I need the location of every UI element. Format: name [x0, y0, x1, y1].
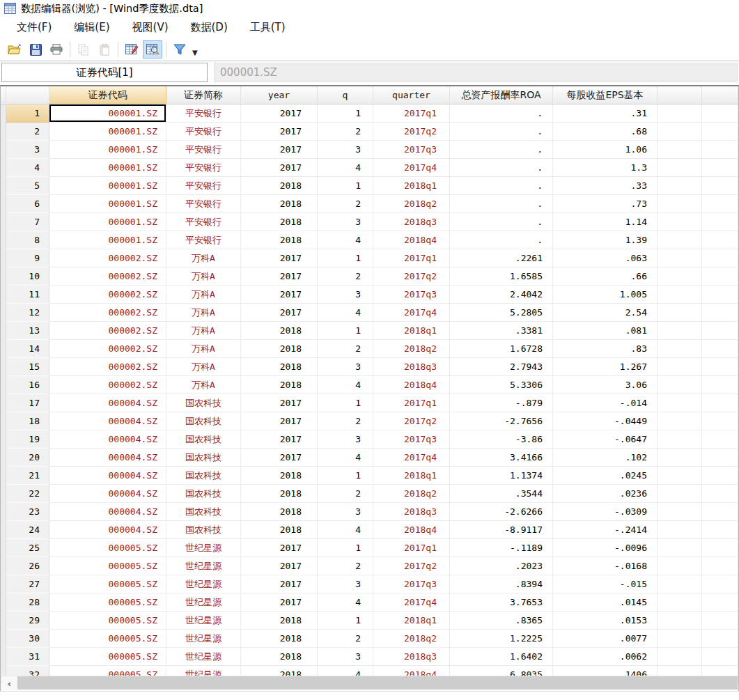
- cell-code[interactable]: 000001.SZ: [49, 141, 166, 159]
- cell-quarter[interactable]: 2017q4: [373, 304, 450, 322]
- cell-code[interactable]: 000004.SZ: [49, 467, 166, 485]
- cell-year[interactable]: 2017: [241, 141, 318, 159]
- cell-eps[interactable]: .063: [553, 249, 658, 267]
- cell-year[interactable]: 2017: [241, 575, 318, 593]
- cell-code[interactable]: 000005.SZ: [49, 593, 166, 612]
- cell-quarter[interactable]: 2018q3: [373, 648, 450, 666]
- filter-button[interactable]: [170, 40, 189, 59]
- cell-code[interactable]: 000001.SZ: [49, 177, 166, 195]
- cell-eps[interactable]: -.014: [553, 394, 658, 412]
- row-number[interactable]: 15: [6, 358, 49, 376]
- cell-eps[interactable]: -.0449: [553, 412, 658, 430]
- cell-eps[interactable]: .0077: [553, 630, 658, 648]
- cell-year[interactable]: 2017: [241, 449, 318, 467]
- cell-name[interactable]: 世纪星源: [166, 648, 241, 666]
- row-number[interactable]: 29: [6, 612, 49, 630]
- cell-year[interactable]: 2018: [241, 630, 318, 648]
- cell-year[interactable]: 2018: [241, 195, 318, 213]
- menu-view[interactable]: 视图(V): [125, 18, 176, 37]
- cell-q[interactable]: 3: [318, 141, 373, 159]
- save-button[interactable]: [26, 40, 45, 59]
- cell-year[interactable]: 2018: [241, 358, 318, 376]
- scroll-left-arrow-icon[interactable]: ‹: [1, 676, 17, 690]
- menu-file[interactable]: 文件(F): [9, 18, 59, 37]
- row-number[interactable]: 25: [6, 539, 49, 557]
- row-number[interactable]: 19: [6, 430, 49, 449]
- cell-year[interactable]: 2017: [241, 394, 318, 412]
- cell-year[interactable]: 2018: [241, 485, 318, 503]
- cell-quarter[interactable]: 2017q1: [373, 539, 450, 557]
- cell-q[interactable]: 1: [318, 612, 373, 630]
- cell-roa[interactable]: -2.7656: [450, 412, 553, 430]
- cell-year[interactable]: 2018: [241, 231, 318, 249]
- cell-roa[interactable]: 1.2225: [450, 630, 553, 648]
- cell-name[interactable]: 万科A: [166, 358, 241, 376]
- cell-name[interactable]: 平安银行: [166, 159, 241, 177]
- cell-name[interactable]: 平安银行: [166, 213, 241, 231]
- cell-quarter[interactable]: 2017q3: [373, 430, 450, 449]
- cell-name[interactable]: 平安银行: [166, 177, 241, 195]
- row-number[interactable]: 22: [6, 485, 49, 503]
- cell-eps[interactable]: 1.267: [553, 358, 658, 376]
- row-number[interactable]: 2: [6, 123, 49, 141]
- cell-year[interactable]: 2018: [241, 612, 318, 630]
- cell-name[interactable]: 世纪星源: [166, 630, 241, 648]
- cell-q[interactable]: 1: [318, 467, 373, 485]
- row-number[interactable]: 7: [6, 213, 49, 231]
- cell-eps[interactable]: 3.06: [553, 376, 658, 394]
- cell-roa[interactable]: -3.86: [450, 430, 553, 449]
- cell-eps[interactable]: 1.14: [553, 213, 658, 231]
- cell-roa[interactable]: .: [450, 231, 553, 249]
- row-number[interactable]: 12: [6, 304, 49, 322]
- cell-roa[interactable]: .: [450, 141, 553, 159]
- cell-roa[interactable]: 3.4166: [450, 449, 553, 467]
- cell-q[interactable]: 4: [318, 231, 373, 249]
- cell-eps[interactable]: 1.005: [553, 286, 658, 304]
- cell-code[interactable]: 000004.SZ: [49, 503, 166, 521]
- cell-year[interactable]: 2017: [241, 412, 318, 430]
- cell-quarter[interactable]: 2017q4: [373, 449, 450, 467]
- cell-eps[interactable]: 2.54: [553, 304, 658, 322]
- cell-code[interactable]: 000002.SZ: [49, 322, 166, 340]
- cell-roa[interactable]: .2023: [450, 557, 553, 575]
- cell-name[interactable]: 国农科技: [166, 503, 241, 521]
- menu-edit[interactable]: 编辑(E): [66, 18, 117, 37]
- cell-q[interactable]: 2: [318, 195, 373, 213]
- cell-q[interactable]: 3: [318, 503, 373, 521]
- row-number[interactable]: 5: [6, 177, 49, 195]
- cell-q[interactable]: 3: [318, 213, 373, 231]
- cell-eps[interactable]: -.0096: [553, 539, 658, 557]
- menu-data[interactable]: 数据(D): [183, 18, 235, 37]
- cell-quarter[interactable]: 2018q2: [373, 485, 450, 503]
- row-number[interactable]: 16: [6, 376, 49, 394]
- cell-q[interactable]: 3: [318, 648, 373, 666]
- cell-year[interactable]: 2018: [241, 521, 318, 539]
- cell-q[interactable]: 3: [318, 430, 373, 449]
- cell-year[interactable]: 2018: [241, 322, 318, 340]
- cell-eps[interactable]: .0145: [553, 593, 658, 612]
- cell-year[interactable]: 2018: [241, 648, 318, 666]
- row-number[interactable]: 17: [6, 394, 49, 412]
- cell-code[interactable]: 000002.SZ: [49, 376, 166, 394]
- cell-eps[interactable]: .68: [553, 123, 658, 141]
- cell-name[interactable]: 国农科技: [166, 449, 241, 467]
- edit-data-button[interactable]: [122, 40, 141, 59]
- cell-roa[interactable]: .3381: [450, 322, 553, 340]
- cell-eps[interactable]: .0062: [553, 648, 658, 666]
- cell-roa[interactable]: 2.4042: [450, 286, 553, 304]
- cell-eps[interactable]: 1.06: [553, 141, 658, 159]
- cell-roa[interactable]: -.1189: [450, 539, 553, 557]
- cell-quarter[interactable]: 2017q3: [373, 575, 450, 593]
- cell-year[interactable]: 2018: [241, 340, 318, 358]
- cell-roa[interactable]: -8.9117: [450, 521, 553, 539]
- row-number[interactable]: 20: [6, 449, 49, 467]
- cell-name[interactable]: 万科A: [166, 249, 241, 267]
- cell-code[interactable]: 000002.SZ: [49, 267, 166, 286]
- cell-q[interactable]: 4: [318, 304, 373, 322]
- cell-q[interactable]: 3: [318, 575, 373, 593]
- cell-q[interactable]: 1: [318, 539, 373, 557]
- cell-quarter[interactable]: 2018q2: [373, 630, 450, 648]
- cell-quarter[interactable]: 2018q2: [373, 340, 450, 358]
- scrollbar-thumb[interactable]: [17, 676, 738, 690]
- row-number[interactable]: 10: [6, 267, 49, 286]
